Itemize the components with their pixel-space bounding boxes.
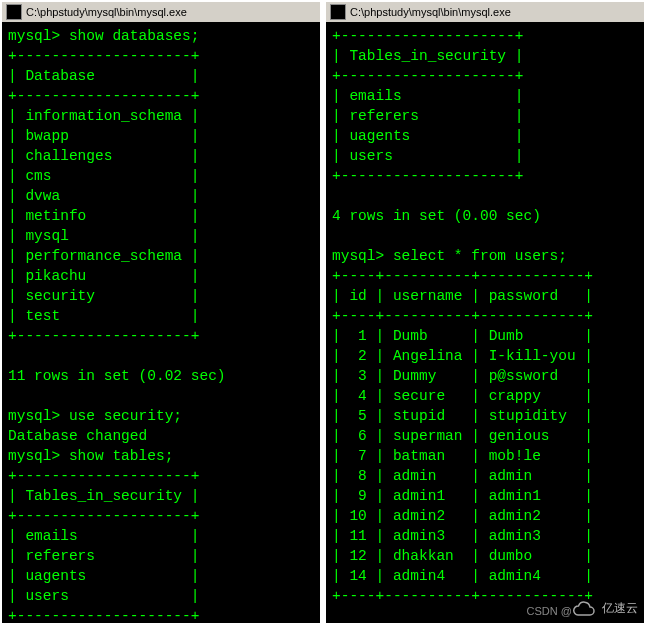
right-title: C:\phpstudy\mysql\bin\mysql.exe — [350, 6, 511, 18]
cmd-icon — [6, 4, 22, 20]
dual-terminal-container: C:\phpstudy\mysql\bin\mysql.exe mysql> s… — [0, 0, 646, 625]
right-terminal[interactable]: +--------------------+ | Tables_in_secur… — [326, 22, 644, 623]
right-titlebar[interactable]: C:\phpstudy\mysql\bin\mysql.exe — [326, 2, 644, 22]
right-pane: C:\phpstudy\mysql\bin\mysql.exe +-------… — [324, 0, 646, 625]
brand-text: 亿速云 — [602, 600, 638, 617]
left-pane: C:\phpstudy\mysql\bin\mysql.exe mysql> s… — [0, 0, 322, 625]
left-title: C:\phpstudy\mysql\bin\mysql.exe — [26, 6, 187, 18]
cmd-icon — [330, 4, 346, 20]
left-titlebar[interactable]: C:\phpstudy\mysql\bin\mysql.exe — [2, 2, 320, 22]
brand-watermark: 亿速云 — [572, 600, 638, 617]
csdn-watermark: CSDN @ — [527, 605, 572, 617]
cloud-icon — [572, 601, 596, 617]
left-terminal[interactable]: mysql> show databases; +----------------… — [2, 22, 320, 623]
